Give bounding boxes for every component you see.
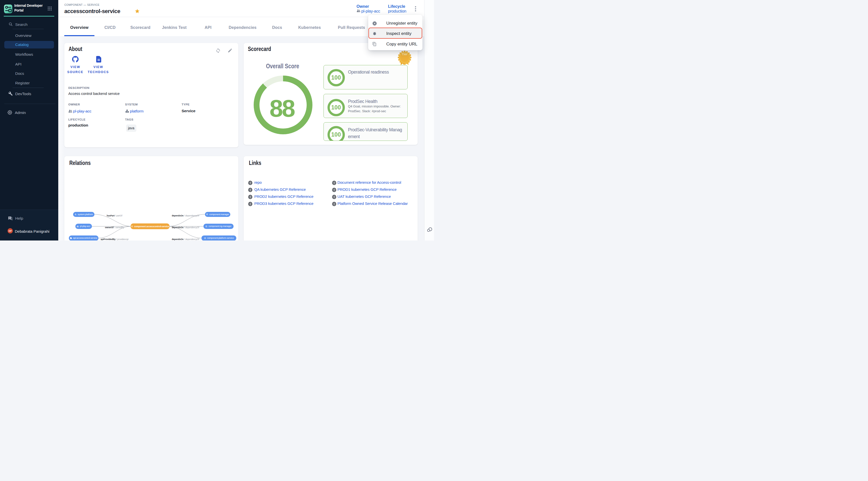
svg-text:Tier: Tier bbox=[402, 53, 408, 56]
svg-text:?: ? bbox=[9, 217, 10, 219]
